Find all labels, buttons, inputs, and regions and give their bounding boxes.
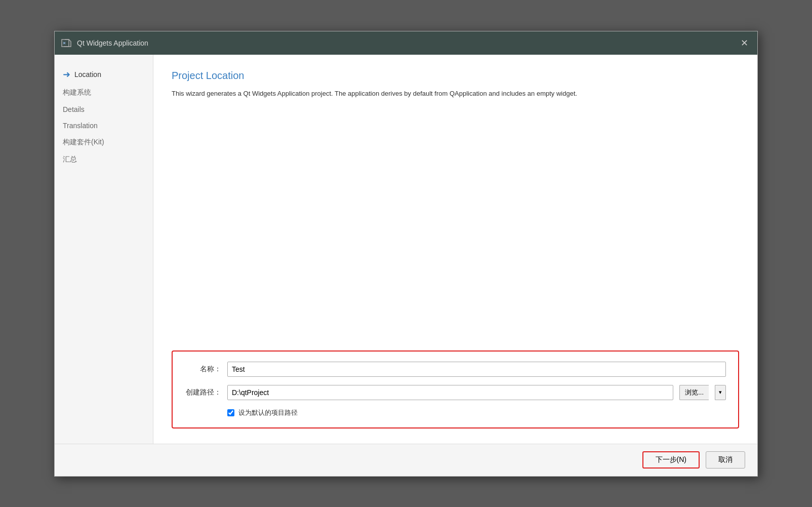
dialog: Qt Widgets Application ✕ ➜ Location 构建系统… [54,31,758,477]
footer: 下一步(N) 取消 [55,444,757,476]
app-icon [61,37,72,49]
sidebar-item-label-location: Location [74,70,101,79]
svg-rect-0 [62,40,69,47]
path-label: 创建路径： [185,388,221,397]
sidebar-item-details[interactable]: Details [55,101,153,118]
name-row: 名称： [185,362,726,377]
browse-button[interactable]: 浏览... [679,385,709,400]
sidebar-item-build-system[interactable]: 构建系统 [55,84,153,101]
default-path-label[interactable]: 设为默认的项目路径 [238,408,298,417]
name-label: 名称： [185,365,221,374]
sidebar-item-translation[interactable]: Translation [55,118,153,134]
sidebar-item-label-details: Details [63,105,85,113]
sidebar-item-kit[interactable]: 构建套件(Kit) [55,134,153,151]
sidebar-item-label-build-system: 构建系统 [63,88,91,97]
sidebar-item-location[interactable]: ➜ Location [55,65,153,84]
title-bar: Qt Widgets Application ✕ [55,31,757,55]
sidebar-item-label-summary: 汇总 [63,155,77,164]
default-path-checkbox[interactable] [227,409,234,416]
close-button[interactable]: ✕ [738,37,751,49]
checkbox-row: 设为默认的项目路径 [185,408,726,417]
name-input[interactable] [227,362,726,377]
path-input[interactable] [227,385,673,400]
form-section: 名称： 创建路径： 浏览... ▾ 设为默认的项目路径 [172,350,739,428]
sidebar-item-label-translation: Translation [63,122,98,130]
sidebar: ➜ Location 构建系统 Details Translation 构建套件… [55,55,153,444]
description: This wizard generates a Qt Widgets Appli… [172,89,739,99]
browse-dropdown-arrow[interactable]: ▾ [715,385,726,400]
arrow-icon: ➜ [63,69,70,80]
sidebar-item-summary[interactable]: 汇总 [55,151,153,168]
next-button[interactable]: 下一步(N) [642,451,700,469]
path-row: 创建路径： 浏览... ▾ [185,385,726,400]
main-content: Project Location This wizard generates a… [153,55,757,444]
section-title: Project Location [172,70,739,82]
window-title: Qt Widgets Application [77,39,148,47]
cancel-button[interactable]: 取消 [706,451,745,469]
sidebar-item-label-kit: 构建套件(Kit) [63,138,104,147]
title-bar-left: Qt Widgets Application [61,37,148,49]
dialog-body: ➜ Location 构建系统 Details Translation 构建套件… [55,55,757,444]
